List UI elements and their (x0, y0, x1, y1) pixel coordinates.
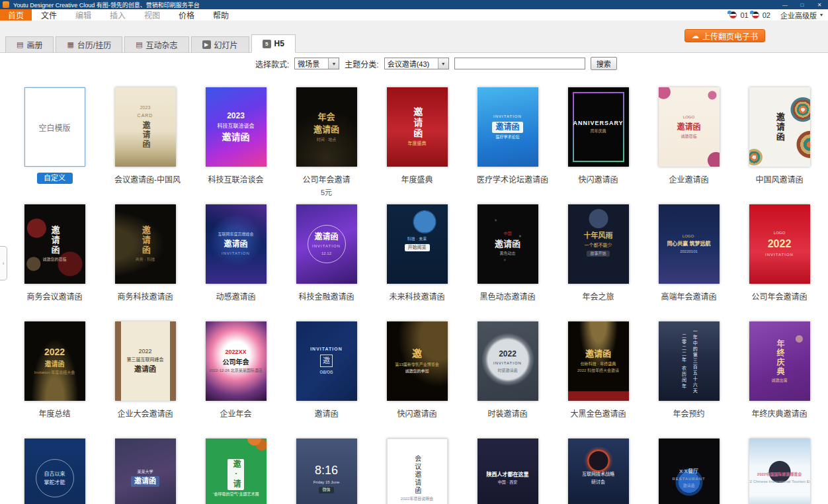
template-card[interactable]: 2023CARD邀请函会议邀请函-中国风 (114, 87, 176, 204)
template-card[interactable]: INVITATION邀08/06邀请函 (296, 321, 357, 439)
template-thumbnail[interactable]: 二零二二年 农历闰年一年中的第三百五十六天 (659, 321, 720, 401)
template-thumbnail[interactable]: 2022邀请函Invitation 年度总结大会 (24, 321, 85, 401)
template-card[interactable]: INVITATION邀请函医疗学术论坛医疗学术论坛邀请函 (477, 87, 538, 204)
template-thumbnail[interactable]: 8:16Friday 15 June微信 (296, 439, 357, 504)
template-card[interactable]: 二零二二年 农历闰年一年中的第三百五十六天年会预约 (658, 321, 720, 439)
template-thumbnail[interactable]: 2022XX公司年会2022-12-26 北京某某国际酒店 (206, 321, 267, 401)
template-card[interactable]: 2022第三届互联网峰会邀请函企业大会邀请函 (114, 321, 176, 439)
template-card[interactable]: 2022中国国际旅游博览会2022 Chinese International … (749, 439, 810, 504)
tab-互动杂志[interactable]: ▤互动杂志 (124, 36, 188, 53)
tab-画册[interactable]: ▤画册 (5, 36, 54, 53)
template-card[interactable]: 空白模版自定义 (24, 87, 85, 204)
template-card[interactable]: 中国邀请函黑色动态黑色动态邀请函 (477, 204, 538, 321)
template-card[interactable]: 邀第13届新零售产业博览会诚邀您的参加快闪邀请函 (386, 321, 448, 439)
template-thumbnail[interactable]: INVITATION邀请函医疗学术论坛 (477, 87, 538, 167)
template-card[interactable]: 邀 · 请“会呼吸的空气”主题艺术展 (205, 439, 267, 504)
template-thumbnail[interactable]: INVITATION邀08/06 (296, 321, 357, 401)
template-thumbnail[interactable]: 互联网年度高端峰会邀请函INVITATION (206, 204, 267, 284)
template-card[interactable]: 年终庆典诚邀出席年终庆典邀请函 (749, 321, 810, 439)
template-thumbnail[interactable]: 2022中国国际旅游博览会2022 Chinese International … (749, 439, 810, 504)
menu-item-视图[interactable]: 视图 (135, 9, 169, 21)
template-thumbnail[interactable]: LOGO邀请函诚邀莅临 (659, 87, 720, 167)
template-thumbnail[interactable]: 年会邀请函时间 · 地点 (296, 87, 357, 167)
template-card[interactable]: 2023科技互联洽谈会邀请函科技互联洽谈会 (205, 87, 267, 204)
template-card[interactable]: 邀请函创新科技 · 年终盛典2022 科技年终大会邀请大黑金色邀请函 (567, 321, 629, 439)
template-card[interactable]: 科技 · 未来开始阅览未来科技邀请函 (386, 204, 448, 321)
chevron-down-icon[interactable]: ▼ (328, 58, 339, 69)
category-select[interactable]: 会议邀请(43) ▼ (384, 58, 449, 69)
chevron-down-icon[interactable]: ▼ (438, 58, 448, 69)
template-thumbnail[interactable]: 邀请函 (749, 87, 810, 167)
template-card[interactable]: 邀请函INVITATION12.12科技金融邀请函 (296, 204, 357, 321)
template-card[interactable]: 2022INVITATION时装邀请函时装邀请函 (477, 321, 538, 439)
tab-幻灯片[interactable]: ▶幻灯片 (191, 36, 249, 53)
menu-item-帮助[interactable]: 帮助 (204, 9, 238, 21)
template-thumbnail[interactable]: LOGO·同心共赢 筑梦远航20220101 (659, 204, 720, 284)
close-icon[interactable]: ✕ (811, 0, 828, 9)
template-thumbnail[interactable]: 自古以来掌舵才能 (24, 439, 85, 504)
search-button[interactable]: 搜索 (591, 57, 617, 70)
thumbnail-text-line: LOGO (774, 231, 785, 236)
maximize-icon[interactable]: □ (794, 0, 811, 9)
template-card[interactable]: ANNIVERSARY周年庆典快闪邀请函 (567, 87, 629, 204)
template-thumbnail[interactable]: LOGO2022INVITATION (749, 204, 810, 284)
template-card[interactable]: 某某大学邀请函 (114, 439, 176, 504)
template-thumbnail[interactable]: 邀请函INVITATION12.12 (296, 204, 357, 284)
tab-台历/挂历[interactable]: ▦台历/挂历 (56, 36, 122, 53)
template-thumbnail[interactable]: ANNIVERSARY周年庆典 (568, 87, 629, 167)
template-card[interactable]: LOGO邀请函诚邀莅临企业邀请函 (658, 87, 720, 204)
template-card[interactable]: 邀请函中国风邀请函 (749, 87, 810, 204)
template-card[interactable]: LOGO·同心共赢 筑梦远航20220101高端年会邀请函 (658, 204, 720, 321)
template-thumbnail[interactable]: 某某大学邀请函 (115, 439, 176, 504)
menu-item-首页[interactable]: 首页 (0, 9, 32, 21)
template-card[interactable]: 自古以来掌舵才能 (24, 439, 85, 504)
thumbnail-text-line: 年终庆典 (774, 339, 784, 376)
menu-item-编辑[interactable]: 编辑 (66, 9, 101, 21)
menu-item-插入[interactable]: 插入 (101, 9, 135, 21)
template-thumbnail[interactable]: 邀第13届新零售产业博览会诚邀您的参加 (387, 321, 448, 401)
template-card[interactable]: 陕西人才都在这里中国 · 西安 (477, 439, 538, 504)
template-card[interactable]: 2022邀请函Invitation 年度总结大会年度总结 (24, 321, 85, 439)
template-thumbnail[interactable]: 邀请函创新科技 · 年终盛典2022 科技年终大会邀请 (568, 321, 629, 401)
search-input[interactable] (454, 58, 585, 69)
template-thumbnail[interactable]: 2023科技互联洽谈会邀请函 (206, 87, 267, 167)
template-card[interactable]: 邀请函诚邀您的莅临商务会议邀请函 (24, 204, 85, 321)
style-select[interactable]: 微场景 ▼ (294, 58, 339, 69)
template-thumbnail[interactable]: 空白模版 (24, 87, 85, 167)
template-card[interactable]: 十年风雨一个都不能少故事开始年会之旅 (567, 204, 629, 321)
template-thumbnail[interactable]: 邀请函年度盛典 (387, 87, 448, 167)
template-card[interactable]: 互联网年度高端峰会邀请函INVITATION动感邀请函 (205, 204, 267, 321)
template-thumbnail[interactable]: 邀请函商务 · 科技 (115, 204, 176, 284)
sidebar-collapse-toggle[interactable]: › (0, 246, 7, 280)
menu-item-价格[interactable]: 价格 (169, 9, 204, 21)
menu-item-文件[interactable]: 文件 (32, 9, 66, 21)
template-thumbnail[interactable]: 2023CARD邀请函 (115, 87, 176, 167)
customize-button[interactable]: 自定义 (37, 173, 73, 184)
template-card[interactable]: LOGO2022INVITATION公司年会邀请函 (749, 204, 810, 321)
template-thumbnail[interactable]: 2022INVITATION时装邀请函 (477, 321, 538, 401)
upload-ebook-button[interactable]: ☁ 上传翻页电子书 (684, 29, 765, 42)
template-thumbnail[interactable]: X X餐厅RESTAURANT邀请函 (659, 439, 720, 504)
template-thumbnail[interactable]: 邀请函诚邀您的莅临 (24, 204, 85, 284)
template-thumbnail[interactable]: 年终庆典诚邀出席 (749, 321, 810, 401)
template-thumbnail[interactable]: 互联网技术战略研讨会 (568, 439, 629, 504)
template-thumbnail[interactable]: 十年风雨一个都不能少故事开始 (568, 204, 629, 284)
template-card[interactable]: 2022XX公司年会2022-12-26 北京某某国际酒店企业年会 (205, 321, 267, 439)
template-card[interactable]: X X餐厅RESTAURANT邀请函 (658, 439, 720, 504)
template-card[interactable]: 会议邀请函2022年项目说明会 (386, 439, 448, 504)
template-thumbnail[interactable]: 2022第三届互联网峰会邀请函 (115, 321, 176, 401)
template-thumbnail[interactable]: 邀 · 请“会呼吸的空气”主题艺术展 (206, 439, 267, 504)
template-card[interactable]: 年会邀请函时间 · 地点公司年会邀请5元 (296, 87, 357, 204)
template-card[interactable]: 邀请函商务 · 科技商务科技邀请函 (114, 204, 176, 321)
thumbnail-text-line: 2022XX (225, 349, 246, 356)
template-card[interactable]: 8:16Friday 15 June微信 (296, 439, 357, 504)
template-thumbnail[interactable]: 会议邀请函2022年项目说明会 (387, 439, 448, 504)
template-thumbnail[interactable]: 中国邀请函黑色动态 (477, 204, 538, 284)
minimize-icon[interactable]: — (776, 0, 794, 9)
template-card[interactable]: 邀请函年度盛典年度盛典 (386, 87, 448, 204)
plan-version-dropdown[interactable]: 企业高级版 (780, 10, 817, 21)
template-thumbnail[interactable]: 科技 · 未来开始阅览 (387, 204, 448, 284)
template-card[interactable]: 互联网技术战略研讨会 (567, 439, 629, 504)
template-thumbnail[interactable]: 陕西人才都在这里中国 · 西安 (477, 439, 538, 504)
tab-H5[interactable]: 5H5 (251, 34, 296, 53)
